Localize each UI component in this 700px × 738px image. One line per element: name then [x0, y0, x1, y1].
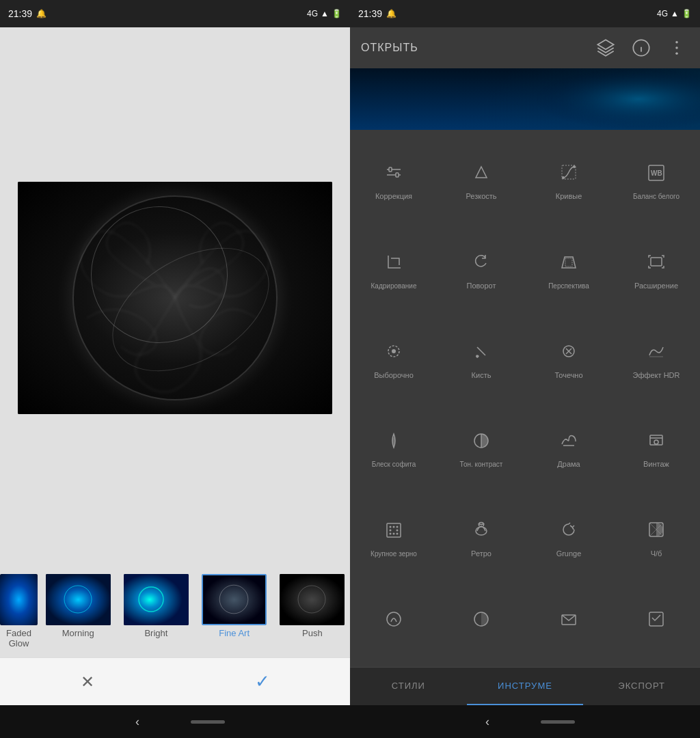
- tool-vintage[interactable]: Винтаж: [612, 403, 700, 493]
- right-nav-bar: ‹: [350, 705, 700, 738]
- thumb-item-bright[interactable]: Bright: [118, 574, 193, 638]
- retro-icon: [468, 516, 495, 543]
- tool-glamour[interactable]: Блеск софита: [350, 403, 438, 493]
- cancel-button[interactable]: ✕: [70, 665, 105, 699]
- bottom-action-bar: ✕ ✓: [0, 657, 350, 705]
- thumbnail-strip: Faded Glow Morning Bright: [0, 569, 350, 657]
- preview-strip: [350, 68, 700, 130]
- thumb-push-svg: [280, 574, 345, 625]
- tool-bw[interactable]: Ч/б: [612, 493, 700, 582]
- svg-marker-20: [476, 167, 487, 178]
- tool-rotate[interactable]: Поворот: [438, 225, 525, 314]
- thumb-item-morning[interactable]: Morning: [40, 574, 116, 638]
- tool-grunge[interactable]: Grunge: [525, 493, 612, 582]
- crop-icon: [380, 249, 407, 276]
- thumb-item-fine-art[interactable]: Fine Art: [197, 574, 272, 638]
- svg-text:WB: WB: [651, 169, 662, 177]
- vintage-icon: [643, 426, 670, 454]
- tool-drama[interactable]: Драма: [525, 403, 612, 493]
- tool-hdr[interactable]: Эффект HDR: [612, 314, 700, 403]
- confirm-icon: ✓: [255, 671, 270, 692]
- left-panel: 21:39 🔔 4G ▲ 🔋: [0, 0, 350, 738]
- tool-perspective[interactable]: Перспектива: [525, 225, 612, 314]
- svg-point-43: [393, 525, 395, 528]
- tool-spot[interactable]: Точечно: [525, 314, 612, 403]
- more1-icon: [380, 605, 407, 633]
- tab-tools[interactable]: ИНСТРУМЕ: [467, 668, 584, 705]
- right-home-indicator[interactable]: [541, 720, 575, 724]
- hdr-label: Эффект HDR: [633, 370, 680, 380]
- tool-more4[interactable]: [612, 582, 700, 661]
- image-area: [0, 27, 350, 569]
- svg-point-14: [675, 52, 678, 55]
- back-button[interactable]: ‹: [125, 709, 150, 734]
- right-time: 21:39: [358, 8, 382, 19]
- correction-label: Коррекция: [375, 191, 412, 201]
- confirm-button[interactable]: ✓: [245, 665, 280, 699]
- thumb-label-faded-glow: Faded Glow: [0, 628, 38, 648]
- svg-point-47: [390, 532, 392, 534]
- drama-label: Драма: [557, 459, 580, 469]
- right-status-left: 21:39 🔔: [358, 8, 396, 19]
- svg-rect-4: [204, 575, 265, 624]
- tool-wb[interactable]: WB Баланс белого: [612, 135, 700, 225]
- thumb-img-push: [280, 574, 345, 625]
- hdr-icon: [643, 338, 670, 365]
- svg-point-48: [393, 532, 395, 534]
- tool-expand[interactable]: Расширение: [612, 225, 700, 314]
- layers-icon-button[interactable]: [593, 36, 618, 60]
- curves-icon: [555, 159, 582, 186]
- perspective-icon: [555, 249, 582, 276]
- layers-icon: [596, 38, 615, 57]
- svg-rect-15: [495, 68, 700, 130]
- tool-selective[interactable]: Выборочно: [350, 314, 438, 403]
- tonal-icon: [468, 427, 495, 454]
- tool-crop[interactable]: Кадрирование: [350, 225, 438, 314]
- info-icon-button[interactable]: [629, 36, 654, 60]
- thumb-item-push[interactable]: Push: [275, 574, 350, 638]
- tool-more1[interactable]: [350, 582, 438, 661]
- right-back-button[interactable]: ‹: [475, 709, 500, 734]
- thumb-item-faded-glow[interactable]: Faded Glow: [0, 574, 38, 648]
- more2-icon: [468, 605, 495, 633]
- right-notification-icon: 🔔: [386, 9, 396, 18]
- svg-rect-19: [396, 173, 399, 177]
- preview-image: [350, 68, 700, 130]
- tab-styles[interactable]: СТИЛИ: [350, 668, 467, 705]
- svg-point-12: [675, 41, 678, 44]
- tool-curves[interactable]: Кривые: [525, 135, 612, 225]
- rotate-icon: [468, 248, 495, 275]
- vintage-label: Винтаж: [643, 459, 669, 469]
- wb-icon: WB: [643, 159, 670, 187]
- thumb-img-faded-glow: [0, 574, 38, 625]
- svg-point-42: [390, 525, 392, 528]
- tool-correction[interactable]: Коррекция: [350, 135, 438, 225]
- svg-point-30: [392, 349, 396, 353]
- svg-point-49: [396, 532, 399, 534]
- thumb-label-bright: Bright: [144, 628, 167, 638]
- tool-more3[interactable]: [525, 582, 612, 661]
- left-signal-icon: ▲: [321, 9, 329, 18]
- expand-icon: [643, 248, 670, 275]
- wb-label: Баланс белого: [633, 192, 679, 201]
- home-indicator[interactable]: [191, 720, 225, 724]
- thumb-morning-svg: [46, 574, 111, 625]
- sharpness-icon: [468, 159, 495, 186]
- tab-export[interactable]: ЭКСПОРТ: [583, 668, 700, 705]
- svg-point-55: [387, 612, 401, 626]
- tool-more2[interactable]: [438, 582, 525, 661]
- main-image: [18, 182, 332, 414]
- tool-retro[interactable]: Ретро: [438, 493, 525, 582]
- tool-sharpness[interactable]: Резкость: [438, 135, 525, 225]
- spot-icon: [555, 338, 582, 365]
- tool-grain[interactable]: Крупное зерно: [350, 493, 438, 582]
- tool-brush[interactable]: Кисть: [438, 314, 525, 403]
- tool-tonal[interactable]: Тон. контраст: [438, 403, 525, 493]
- thumb-img-fine-art: [202, 574, 267, 625]
- thumb-img-morning: [46, 574, 111, 625]
- bw-icon: [643, 516, 670, 543]
- more-options-button[interactable]: [664, 36, 689, 60]
- thumb-label-push: Push: [302, 628, 323, 638]
- tools-grid: Коррекция Резкость Кривые: [350, 130, 700, 667]
- perspective-label: Перспектива: [548, 282, 589, 290]
